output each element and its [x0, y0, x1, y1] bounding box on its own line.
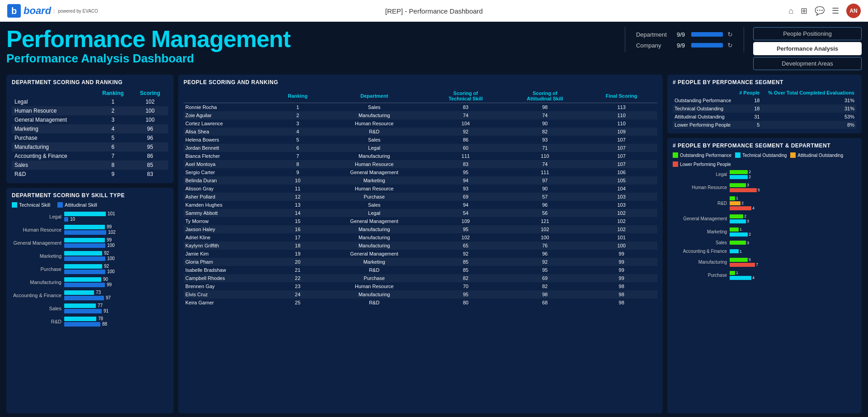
tech-out-num: 2 — [749, 175, 751, 179]
att-bar — [64, 217, 68, 222]
home-icon[interactable]: ⌂ — [788, 6, 793, 16]
department-refresh-icon[interactable]: ↻ — [727, 31, 733, 38]
legend-lower-label: Lower Performing People — [680, 162, 731, 167]
nav-buttons: People Positioning Performance Analysis … — [753, 27, 862, 70]
department-label: Department — [636, 31, 672, 38]
person-rank: 23 — [274, 282, 321, 290]
skill-dept-label: Marketing — [12, 253, 61, 259]
legend-att-out: Attitudinal Outstanding — [790, 152, 843, 158]
person-dept: Human Resource — [321, 119, 427, 128]
people-table-row: Alisa Shea 4 R&D 92 82 109 — [184, 128, 657, 136]
people-table-wrapper[interactable]: Ranking Department Scoring ofTechnical S… — [184, 89, 657, 409]
skill-bar-group: 77 91 — [64, 303, 168, 313]
dept-ranking: 5 — [94, 133, 132, 142]
att-bar-row: 99 — [64, 282, 168, 287]
skill-row: General Management 99 100 — [12, 237, 168, 248]
tech-bar — [64, 303, 96, 308]
seg-people-header: # People — [736, 89, 761, 96]
dept-scoring: 83 — [132, 170, 168, 179]
person-rank: 6 — [274, 144, 321, 152]
person-tech: 70 — [427, 282, 505, 290]
person-name: Ty Morrow — [184, 217, 274, 225]
tech-out-num: 3 — [747, 219, 749, 223]
tech-out-bar-line: 2 — [730, 232, 856, 237]
person-att: 98 — [504, 290, 585, 299]
seg-pct: 31% — [761, 96, 856, 104]
grid-icon[interactable]: ⊞ — [801, 6, 807, 16]
person-att: 74 — [504, 160, 585, 168]
person-tech: 83 — [427, 103, 505, 112]
people-table-row: Brennen Gay 23 Human Resource 70 82 98 — [184, 282, 657, 290]
dept-scoring: 85 — [132, 161, 168, 170]
skill-chart-panel: DEPARTMENT SCORING BY SKILL TYPE Technic… — [6, 188, 174, 413]
person-att: 74 — [504, 111, 585, 119]
people-table-row: Kamden Hughes 13 Sales 94 96 103 — [184, 201, 657, 209]
seg-dept-label: Human Resource — [673, 185, 727, 190]
att-val: 91 — [104, 308, 113, 313]
person-tech: 86 — [427, 136, 505, 144]
people-table-row: Cortez Lawrence 3 Human Resource 104 90 … — [184, 119, 657, 128]
person-dept: Human Resource — [321, 160, 427, 168]
person-name: Elvis Cruz — [184, 290, 274, 299]
seg-dept-row: R&D 124 — [673, 196, 856, 210]
person-rank: 24 — [274, 290, 321, 299]
person-att: 102 — [504, 225, 585, 233]
seg-dept-row: Legal 22 — [673, 170, 856, 179]
person-dept: R&D — [321, 299, 427, 307]
legend-att-out-color — [790, 152, 796, 158]
person-rank: 8 — [274, 160, 321, 168]
tech-bar-row: 92 — [64, 264, 168, 269]
person-att: 90 — [504, 185, 585, 193]
skill-row: R&D 78 88 — [12, 316, 168, 327]
seg-people: 18 — [736, 104, 761, 113]
person-dept: Manufacturing — [321, 225, 427, 233]
person-tech: 85 — [427, 258, 505, 266]
tech-bar — [64, 251, 102, 256]
dept-ranking: 2 — [94, 106, 132, 115]
people-table-row: Alisson Gray 11 Human Resource 93 90 104 — [184, 185, 657, 193]
att-bar — [64, 296, 104, 300]
person-rank: 2 — [274, 111, 321, 119]
tech-bar — [64, 290, 94, 295]
dept-table-row: Manufacturing 6 95 — [12, 142, 168, 152]
company-refresh-icon[interactable]: ↻ — [727, 42, 733, 49]
tech-bar-row: 73 — [64, 290, 168, 295]
people-table-row: Helena Bowers 5 Sales 86 93 107 — [184, 136, 657, 144]
dept-ranking: 8 — [94, 161, 132, 170]
person-final: 104 — [585, 185, 657, 193]
tech-out-bar-line: 1 — [730, 249, 856, 254]
legend-att-color — [57, 202, 63, 208]
skill-dept-label: R&D — [12, 319, 61, 324]
nav-performance-analysis[interactable]: Performance Analysis — [753, 42, 862, 55]
avatar[interactable]: AN — [846, 4, 861, 18]
person-name: Bianca Fletcher — [184, 152, 274, 160]
person-tech: 93 — [427, 185, 505, 193]
outstanding-num: 5 — [749, 257, 751, 262]
skill-bar-group: 73 97 — [64, 290, 168, 300]
people-scoring-title: PEOPLE SCORING AND RANKING — [184, 79, 657, 85]
chat-icon[interactable]: 💬 — [815, 6, 825, 16]
seg-bar-group: 14 — [730, 270, 856, 280]
legend-tech: Technical Skill — [12, 202, 50, 208]
person-tech: 69 — [427, 193, 505, 201]
person-name: Gloria Pham — [184, 258, 274, 266]
person-name: Axel Montoya — [184, 160, 274, 168]
dept-table-row: Accounting & Finance 7 86 — [12, 152, 168, 161]
legend-lower: Lower Performing People — [673, 161, 731, 167]
outstanding-bar — [730, 241, 746, 245]
seg-label: Lower Performing People — [673, 121, 736, 129]
skill-dept-label: Accounting & Finance — [12, 293, 61, 298]
person-tech: 94 — [427, 201, 505, 209]
dept-ranking: 3 — [94, 115, 132, 124]
person-final: 98 — [585, 299, 657, 307]
nav-development-areas[interactable]: Development Areas — [753, 57, 862, 70]
nav-people-positioning[interactable]: People Positioning — [753, 27, 862, 40]
topbar: b board powered by EVACO [REP] - Perform… — [0, 0, 868, 22]
tech-out-bar — [730, 276, 751, 280]
menu-icon[interactable]: ☰ — [832, 6, 839, 16]
seg-dept-label: Accounting & Finance — [673, 249, 727, 254]
person-dept: Human Resource — [321, 282, 427, 290]
dept-scoring: 96 — [132, 133, 168, 142]
att-bar-row: 100 — [64, 256, 168, 261]
tech-out-bar — [730, 249, 739, 253]
